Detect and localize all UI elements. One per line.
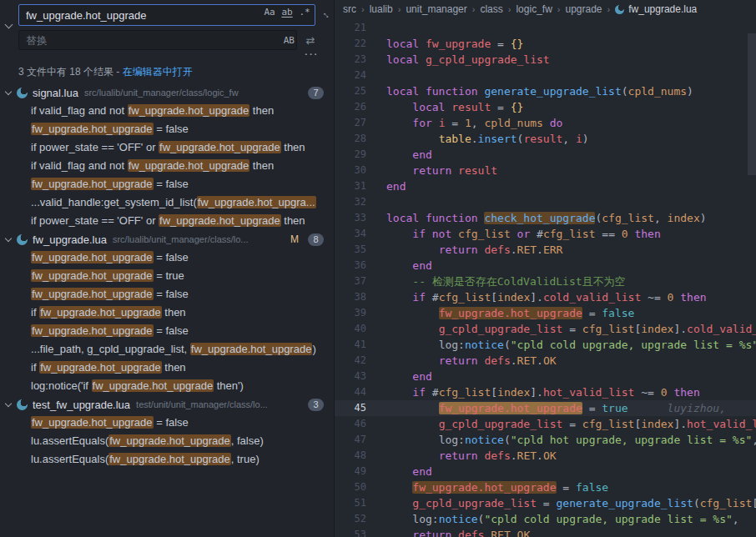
line-number[interactable]: 33 bbox=[335, 210, 366, 226]
code-line[interactable]: 48 return defs.RET.OK bbox=[335, 448, 756, 464]
open-search-editor-icon[interactable]: ↔ bbox=[318, 5, 334, 24]
breadcrumb-item[interactable]: class bbox=[480, 3, 502, 15]
line-number[interactable]: 46 bbox=[335, 416, 366, 432]
code-line[interactable]: 30 return result bbox=[335, 163, 756, 178]
line-number[interactable]: 48 bbox=[335, 448, 366, 464]
search-result-row[interactable]: if fw_upgrade.hot_upgrade then bbox=[0, 359, 334, 377]
line-number[interactable]: 36 bbox=[335, 258, 366, 274]
line-number[interactable]: 42 bbox=[335, 353, 366, 369]
search-result-row[interactable]: ...file_path, g_cpld_upgrade_list, fw_up… bbox=[0, 340, 334, 359]
search-result-row[interactable]: fw_upgrade.hot_upgrade = false bbox=[0, 248, 334, 267]
code-line[interactable]: 21 bbox=[335, 20, 756, 36]
search-result-row[interactable]: fw_upgrade.hot_upgrade = false bbox=[0, 175, 334, 193]
file-result-header[interactable]: fw_upgrade.luasrc/lualib/unit_manager/cl… bbox=[0, 230, 334, 248]
open-in-editor-link[interactable]: 在编辑器中打开 bbox=[123, 66, 193, 78]
search-result-row[interactable]: ...valid_handle:get_system_id_list(fw_up… bbox=[0, 193, 334, 212]
line-number[interactable]: 21 bbox=[335, 20, 366, 36]
line-number[interactable]: 45 bbox=[335, 400, 366, 416]
code-line[interactable]: 49 end bbox=[335, 464, 756, 479]
line-number[interactable]: 28 bbox=[335, 131, 366, 147]
line-number[interactable]: 38 bbox=[335, 289, 366, 305]
line-number[interactable]: 24 bbox=[335, 68, 366, 83]
code-line[interactable]: 52 log:notice("cpld cold upgrade, upgrad… bbox=[335, 511, 756, 527]
search-result-row[interactable]: if power_state == 'OFF' or fw_upgrade.ho… bbox=[0, 212, 334, 230]
code-line[interactable]: 40 g_cpld_upgrade_list = cfg_list[index]… bbox=[335, 321, 756, 337]
code-line[interactable]: 22local fw_upgrade = {} bbox=[335, 36, 756, 52]
code-line[interactable]: 36 end bbox=[335, 258, 756, 274]
whole-word-icon[interactable]: ab bbox=[279, 7, 295, 23]
line-number[interactable]: 40 bbox=[335, 321, 366, 337]
line-number[interactable]: 50 bbox=[335, 479, 366, 495]
code-line[interactable]: 50 fw_upgrade.hot_upgrade = false bbox=[335, 479, 756, 495]
line-number[interactable]: 34 bbox=[335, 226, 366, 242]
code-line[interactable]: 46 g_cpld_upgrade_list = cfg_list[index]… bbox=[335, 416, 756, 432]
line-number[interactable]: 43 bbox=[335, 369, 366, 384]
search-result-row[interactable]: if power_state == 'OFF' or fw_upgrade.ho… bbox=[0, 138, 334, 157]
toggle-replace-chevron-icon[interactable] bbox=[3, 18, 16, 33]
line-number[interactable]: 32 bbox=[335, 194, 366, 210]
line-number[interactable]: 26 bbox=[335, 99, 366, 115]
code-line[interactable]: 28 table.insert(result, i) bbox=[335, 131, 756, 147]
code-line-current[interactable]: 45 fw_upgrade.hot_upgrade = true luyizho… bbox=[335, 400, 756, 416]
line-number[interactable]: 27 bbox=[335, 115, 366, 131]
line-number[interactable]: 30 bbox=[335, 163, 366, 178]
replace-input[interactable] bbox=[18, 30, 297, 50]
line-number[interactable]: 31 bbox=[335, 178, 366, 194]
search-result-row[interactable]: if valid_flag and not fw_upgrade.hot_upg… bbox=[0, 157, 334, 175]
breadcrumb-item[interactable]: lualib bbox=[370, 3, 393, 15]
line-number[interactable]: 23 bbox=[335, 52, 366, 68]
search-result-row[interactable]: log:notice('if fw_upgrade.hot_upgrade th… bbox=[0, 377, 334, 395]
search-result-row[interactable]: fw_upgrade.hot_upgrade = false bbox=[0, 285, 334, 304]
file-result-header[interactable]: signal.luasrc/lualib/unit_manager/class/… bbox=[0, 83, 334, 102]
line-number[interactable]: 35 bbox=[335, 242, 366, 258]
search-result-row[interactable]: lu.assertEquals(fw_upgrade.hot_upgrade, … bbox=[0, 450, 334, 469]
code-line[interactable]: 53 return defs.RET.OK bbox=[335, 527, 756, 537]
search-result-row[interactable]: if valid_flag and not fw_upgrade.hot_upg… bbox=[0, 102, 334, 120]
line-number[interactable]: 51 bbox=[335, 495, 366, 511]
code-line[interactable]: 25local function generate_upgrade_list(c… bbox=[335, 83, 756, 99]
line-number[interactable]: 44 bbox=[335, 384, 366, 400]
code-line[interactable]: 35 return defs.RET.ERR bbox=[335, 242, 756, 258]
line-number[interactable]: 41 bbox=[335, 337, 366, 353]
breadcrumb-item[interactable]: upgrade bbox=[565, 3, 602, 15]
line-number[interactable]: 29 bbox=[335, 147, 366, 163]
search-details-toggle-icon[interactable]: ··· bbox=[302, 48, 320, 62]
search-result-row[interactable]: fw_upgrade.hot_upgrade = false bbox=[0, 322, 334, 340]
code-line[interactable]: 38 if #cfg_list[index].cold_valid_list ~… bbox=[335, 289, 756, 305]
line-number[interactable]: 37 bbox=[335, 274, 366, 289]
code-line[interactable]: 44 if #cfg_list[index].hot_valid_list ~=… bbox=[335, 384, 756, 400]
code-line[interactable]: 31end bbox=[335, 178, 756, 194]
match-case-icon[interactable]: Aa bbox=[261, 7, 278, 23]
code-line[interactable]: 34 if not cfg_list or #cfg_list == 0 the… bbox=[335, 226, 756, 242]
code-line[interactable]: 39 fw_upgrade.hot_upgrade = false bbox=[335, 305, 756, 321]
search-result-row[interactable]: fw_upgrade.hot_upgrade = false bbox=[0, 414, 334, 432]
code-line[interactable]: 47 log:notice("cpld hot upgrade, upgrade… bbox=[335, 432, 756, 448]
regex-icon[interactable]: .* bbox=[296, 7, 313, 23]
search-result-row[interactable]: fw_upgrade.hot_upgrade = false bbox=[0, 120, 334, 138]
code-line[interactable]: 23local g_cpld_upgrade_list bbox=[335, 52, 756, 68]
search-result-row[interactable]: if fw_upgrade.hot_upgrade then bbox=[0, 304, 334, 322]
breadcrumb-file[interactable]: fw_upgrade.lua bbox=[615, 3, 697, 15]
line-number[interactable]: 52 bbox=[335, 511, 366, 527]
line-number[interactable]: 39 bbox=[335, 305, 366, 321]
code-line[interactable]: 29 end bbox=[335, 147, 756, 163]
code-line[interactable]: 43 end bbox=[335, 369, 756, 384]
line-number[interactable]: 53 bbox=[335, 527, 366, 537]
code-line[interactable]: 42 return defs.RET.OK bbox=[335, 353, 756, 369]
editor-scrollbar[interactable] bbox=[748, 33, 756, 175]
line-number[interactable]: 25 bbox=[335, 83, 366, 99]
search-result-row[interactable]: lu.assertEquals(fw_upgrade.hot_upgrade, … bbox=[0, 432, 334, 450]
code-line[interactable]: 32 bbox=[335, 194, 756, 210]
breadcrumb-item[interactable]: src bbox=[343, 3, 356, 15]
code-line[interactable]: 41 log:notice("cpld cold upgrade, upgrad… bbox=[335, 337, 756, 353]
file-result-header[interactable]: test_fw_upgrade.luatest/unit/unit_manage… bbox=[0, 395, 334, 414]
code-line[interactable]: 33local function check_hot_upgrade(cfg_l… bbox=[335, 210, 756, 226]
code-line[interactable]: 26 local result = {} bbox=[335, 99, 756, 115]
code-line[interactable]: 27 for i = 1, cpld_nums do bbox=[335, 115, 756, 131]
code-line[interactable]: 24 bbox=[335, 68, 756, 83]
breadcrumb-item[interactable]: unit_manager bbox=[406, 3, 466, 15]
search-result-row[interactable]: fw_upgrade.hot_upgrade = true bbox=[0, 267, 334, 285]
code-line[interactable]: 51 g_cpld_upgrade_list = generate_upgrad… bbox=[335, 495, 756, 511]
line-number[interactable]: 49 bbox=[335, 464, 366, 479]
breadcrumb-item[interactable]: logic_fw bbox=[516, 3, 552, 15]
